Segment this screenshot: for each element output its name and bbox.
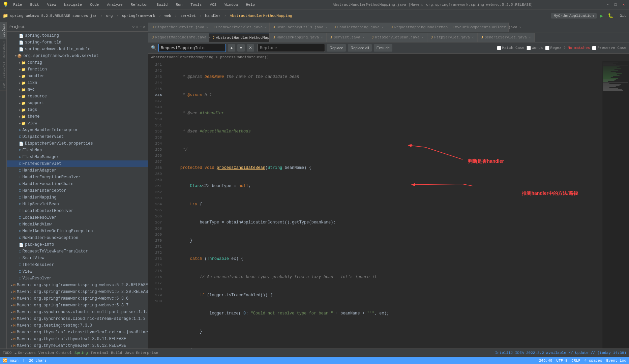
menu-edit[interactable]: Edit	[28, 2, 41, 7]
project-tab[interactable]: Project	[0, 22, 6, 39]
tree-item-handler-mapping[interactable]: I HandlerMapping	[7, 194, 148, 201]
tab-beanfactory[interactable]: J BeanFactoryUtils.java ✕	[270, 23, 330, 32]
tree-item-maven-nio-multi[interactable]: ▶ M Maven: org.synchronoss.cloud:nio-mul…	[7, 309, 148, 315]
menu-vcs[interactable]: VCS	[208, 2, 218, 7]
words-input[interactable]	[527, 46, 531, 50]
tab-close-icon[interactable]: ✕	[325, 25, 327, 29]
tab-request-mapping-info[interactable]: J RequestMappingInfo.java ✕	[148, 33, 209, 42]
git-status[interactable]: 🔀 main	[3, 358, 19, 363]
regex-help-icon[interactable]: ?	[564, 46, 566, 50]
tree-item-resource[interactable]: ▶ 📁 resource	[7, 93, 148, 100]
replace-button[interactable]: Replace	[327, 44, 346, 52]
tab-framework-servlet[interactable]: J FrameworkServlet.java ✕	[209, 23, 270, 32]
menu-navigate[interactable]: Navigate	[62, 2, 84, 7]
favorites-tab[interactable]: Favorites	[0, 60, 6, 81]
tree-item-handler-exec[interactable]: C HandlerExecutionChain	[7, 181, 148, 187]
match-case-checkbox[interactable]: Match Case	[497, 46, 525, 50]
tab-handler-mapping1[interactable]: J HandlerMapping.java ✕	[330, 23, 387, 32]
tab-close-icon[interactable]: ✕	[265, 25, 267, 29]
menu-window[interactable]: Window	[222, 2, 240, 7]
web-tab[interactable]: Web	[0, 81, 6, 91]
tree-item-maven-5220[interactable]: ▶ M Maven: org.springframework:spring-we…	[7, 289, 148, 295]
terminal-button[interactable]: Terminal	[90, 351, 108, 355]
tree-item-flashmap-mgr[interactable]: C FlashMapManager	[7, 154, 148, 160]
todo-button[interactable]: TODO	[3, 351, 11, 355]
tree-item-theme-resolver[interactable]: I ThemeResolver	[7, 262, 148, 268]
menu-analyze[interactable]: Analyze	[105, 2, 124, 7]
tree-item-model-exc[interactable]: C ModelAndViewDefiningException	[7, 228, 148, 235]
tab-close-icon[interactable]: ✕	[208, 35, 210, 39]
tree-item-maven-testing[interactable]: ▶ M Maven: org.testing:testng:7.3.0	[7, 322, 148, 329]
menu-run[interactable]: Run	[174, 2, 184, 7]
close-sidebar-icon[interactable]: ✕	[143, 25, 145, 29]
preserve-case-checkbox[interactable]: Preserve Case	[592, 46, 626, 50]
tree-item-handler-interceptor[interactable]: I HandlerInterceptor	[7, 187, 148, 194]
tree-item-spring-kotlin[interactable]: 📄 spring-webmvc.kotlin_module	[7, 46, 148, 53]
tab-http-servlet-bean[interactable]: J HttpServletBean.java ✕	[368, 33, 427, 42]
tab-request-mapping-handler[interactable]: J RequestMappingHandlerMapping.java ✕	[387, 23, 448, 32]
tree-item-maven-nio-stream[interactable]: ▶ M Maven: org.synchronoss.cloud:nio-str…	[7, 315, 148, 322]
tree-item-maven-536[interactable]: ▶ M Maven: org.springframework:spring-we…	[7, 295, 148, 302]
tree-item-maven-thymeleaf-3011[interactable]: ▶ M Maven: org.thymeleaf:thymeleaf:3.0.1…	[7, 336, 148, 342]
indent-status[interactable]: 4 spaces	[585, 359, 602, 363]
tree-item-handler-adapter[interactable]: I HandlerAdapter	[7, 167, 148, 174]
code-content[interactable]: * @param beanName the name of the candid…	[169, 61, 602, 348]
menu-tools[interactable]: Tools	[188, 2, 204, 7]
tree-item-http-servlet-bean[interactable]: C HttpServletBean	[7, 201, 148, 208]
tree-item-dispatcher-props[interactable]: 📄 DispatcherServlet.properties	[7, 140, 148, 147]
tree-item-no-handler[interactable]: C NoHandlerFoundException	[7, 235, 148, 241]
collapse-icon[interactable]: −	[140, 25, 142, 29]
tree-item-tags[interactable]: ▶ 📁 tags	[7, 107, 148, 113]
tree-item-dispatcher[interactable]: C DispatcherServlet	[7, 133, 148, 140]
preserve-case-input[interactable]	[592, 46, 596, 50]
replace-input[interactable]	[260, 46, 310, 50]
tab-handler-mapping2[interactable]: J HandlerMapping.java ✕	[270, 33, 327, 42]
tree-item-flashmap[interactable]: C FlashMap	[7, 147, 148, 154]
regex-input[interactable]	[545, 46, 549, 50]
linesep-status[interactable]: CRLF	[571, 359, 580, 363]
spring-button[interactable]: Spring	[74, 351, 88, 355]
run-config-dropdown[interactable]: MyOrderApplication	[551, 13, 597, 19]
tab-http-servlet[interactable]: J HttpServlet.java ✕	[427, 33, 478, 42]
tab-close-icon[interactable]: ✕	[321, 35, 323, 39]
exclude-button[interactable]: Exclude	[374, 44, 392, 52]
regex-checkbox[interactable]: Regex	[545, 46, 562, 50]
structure-tab[interactable]: Structure	[0, 39, 6, 60]
tree-item-maven-537[interactable]: ▶ M Maven: org.springframework:spring-we…	[7, 302, 148, 309]
next-match-button[interactable]: ▼	[237, 44, 245, 52]
encoding-status[interactable]: UTF-8	[556, 359, 567, 363]
tab-close-icon[interactable]: ✕	[529, 35, 531, 39]
tree-item-spring-tooling[interactable]: 📄 spring.tooling	[7, 32, 148, 39]
menu-file[interactable]: File	[11, 2, 24, 7]
close-find-button[interactable]: ✕	[247, 44, 254, 52]
match-case-input[interactable]	[497, 46, 501, 50]
tree-item-locale-context[interactable]: I LocaleContextResolver	[7, 208, 148, 214]
minimize-button[interactable]: －	[605, 2, 610, 7]
tree-item-locale-resolver[interactable]: I LocaleResolver	[7, 214, 148, 221]
prev-match-button[interactable]: ▲	[228, 44, 235, 52]
menu-code[interactable]: Code	[88, 2, 101, 7]
tree-item-package-info[interactable]: 📄 package-info	[7, 241, 148, 248]
close-button[interactable]: ✕	[621, 2, 626, 7]
tree-item-model-and-view[interactable]: C ModelAndView	[7, 221, 148, 228]
tab-close-icon[interactable]: ✕	[291, 36, 293, 40]
tree-item-web-servlet[interactable]: ▼ 📦 org.springframework.web.servlet	[7, 53, 148, 59]
tree-item-maven-thymeleaf-3012[interactable]: ▶ M Maven: org.thymeleaf:thymeleaf:3.0.1…	[7, 342, 148, 348]
debug-button[interactable]: 🐛	[606, 13, 615, 19]
tab-abstract-handler[interactable]: J AbstractHandlerMethodMapping.java ✕	[209, 33, 270, 42]
services-button[interactable]: Services	[18, 351, 36, 355]
tree-item-request-translator[interactable]: I RequestToViewNameTranslator	[7, 248, 148, 255]
tab-dispatcher-servlet[interactable]: J DispatcherServlet.java ✕	[148, 23, 209, 32]
tree-item-function[interactable]: ▶ 📁 function	[7, 66, 148, 73]
layout-icon[interactable]: ⊞	[136, 25, 138, 29]
maximize-button[interactable]: □	[613, 2, 618, 7]
tab-close-icon[interactable]: ✕	[472, 35, 474, 39]
menu-refactor[interactable]: Refactor	[129, 2, 151, 7]
run-button[interactable]: ▶	[599, 12, 605, 19]
tab-close-icon[interactable]: ✕	[206, 25, 208, 29]
tree-item-support[interactable]: ▶ 📁 support	[7, 100, 148, 107]
tab-mvc-uri[interactable]: J MvcUriComponentsBuilder.java ✕	[448, 23, 509, 32]
tab-close-icon[interactable]: ✕	[422, 35, 424, 39]
tab-close-icon[interactable]: ✕	[470, 25, 472, 29]
tree-item-framework-servlet[interactable]: C FrameworkServlet	[7, 160, 148, 167]
